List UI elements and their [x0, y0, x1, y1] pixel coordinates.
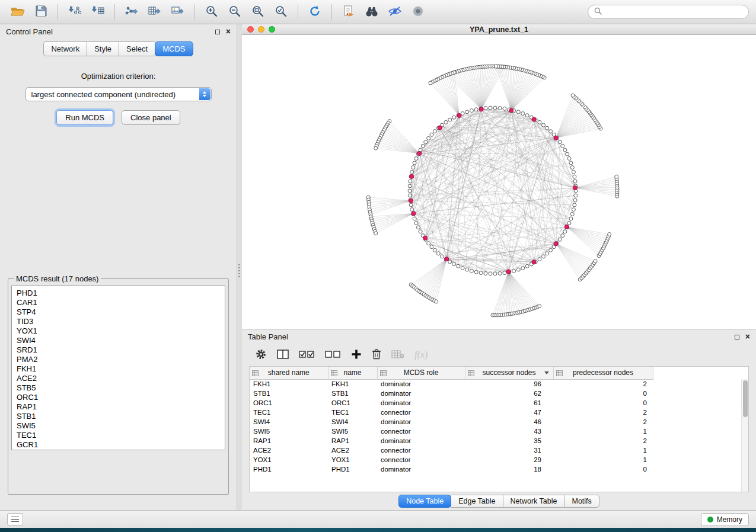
- export-network-button[interactable]: [121, 3, 142, 21]
- scrollbar-thumb[interactable]: [743, 380, 748, 417]
- float-panel-button[interactable]: [215, 27, 220, 36]
- refresh-icon: [308, 5, 321, 20]
- table-row[interactable]: YOX1YOX1connector291: [250, 455, 653, 464]
- tab-motifs[interactable]: Motifs: [564, 495, 599, 508]
- mcds-result-item[interactable]: STB5: [12, 383, 225, 393]
- import-table-data-button[interactable]: [391, 350, 404, 361]
- refresh-layout-button[interactable]: [304, 3, 326, 21]
- tab-edge-table[interactable]: Edge Table: [451, 495, 503, 508]
- mcds-result-item[interactable]: ACE2: [12, 374, 225, 383]
- toolbar-separator: [114, 4, 115, 20]
- close-table-panel-button[interactable]: ×: [745, 332, 750, 341]
- delete-column-button[interactable]: [372, 348, 381, 361]
- column-header-successor-nodes[interactable]: successor nodes: [465, 367, 553, 379]
- select-all-columns-button[interactable]: [299, 350, 315, 361]
- window-minimize-button[interactable]: [258, 26, 264, 33]
- table-row[interactable]: TEC1TEC1connector472: [250, 408, 653, 417]
- table-cell: dominator: [377, 398, 465, 408]
- search-network-button[interactable]: [361, 3, 382, 21]
- zoom-out-button[interactable]: [224, 3, 245, 21]
- mcds-result-item[interactable]: SWI5: [12, 421, 225, 431]
- mcds-result-item[interactable]: SWI4: [12, 336, 225, 345]
- mcds-result-item[interactable]: STB1: [12, 412, 225, 421]
- deselect-all-columns-button[interactable]: [325, 350, 341, 361]
- table-row[interactable]: RAP1RAP1dominator352: [250, 436, 653, 446]
- function-builder-button[interactable]: f(x): [414, 350, 428, 360]
- export-image-button[interactable]: [167, 3, 189, 21]
- mcds-result-item[interactable]: SRD1: [12, 345, 225, 355]
- zoom-selected-button[interactable]: [270, 3, 292, 21]
- share-document-button[interactable]: [338, 3, 359, 21]
- memory-button[interactable]: Memory: [701, 513, 749, 526]
- mcds-result-item[interactable]: TEC1: [12, 431, 225, 440]
- column-header-name[interactable]: name: [328, 367, 377, 379]
- mcds-result-item[interactable]: PHD1: [12, 289, 225, 298]
- run-mcds-button[interactable]: Run MCDS: [56, 110, 113, 125]
- column-attr-icon: [556, 370, 563, 378]
- mcds-result-item[interactable]: CAR1: [12, 298, 225, 307]
- control-panel-tabs: Network Style Select MCDS: [0, 41, 237, 56]
- search-field[interactable]: [588, 5, 749, 19]
- hide-selected-button[interactable]: [384, 3, 406, 21]
- table-cell: STB1: [328, 389, 377, 398]
- column-attr-icon: [468, 370, 474, 378]
- show-all-button[interactable]: [407, 3, 429, 21]
- zoom-fit-button[interactable]: [247, 3, 269, 21]
- toolbar-separator: [194, 4, 195, 20]
- network-nodes: [366, 65, 619, 317]
- mcds-result-item[interactable]: GCR1: [12, 440, 225, 450]
- show-columns-button[interactable]: [277, 349, 289, 361]
- column-header-shared-name[interactable]: shared name: [250, 367, 328, 379]
- tab-network[interactable]: Network: [43, 41, 87, 56]
- zoom-in-button[interactable]: [201, 3, 222, 21]
- criterion-dropdown[interactable]: largest connected component (undirected): [25, 87, 212, 101]
- save-session-button[interactable]: [30, 3, 52, 21]
- tab-network-table[interactable]: Network Table: [503, 495, 565, 508]
- import-table-button[interactable]: [87, 3, 109, 21]
- network-canvas[interactable]: [242, 35, 756, 329]
- column-header-mcds-role[interactable]: MCDS role: [377, 367, 465, 379]
- panel-splitter[interactable]: [237, 24, 242, 510]
- mcds-result-list[interactable]: PHD1CAR1STP4TID3YOX1SWI4SRD1PMA2FKH1ACE2…: [11, 286, 225, 450]
- float-table-panel-button[interactable]: [735, 332, 739, 341]
- table-cell: dominator: [377, 389, 465, 398]
- mcds-result-item[interactable]: PMA2: [12, 355, 225, 364]
- mcds-result-item[interactable]: TID3: [12, 317, 225, 326]
- table-row[interactable]: SWI4SWI4dominator462: [250, 417, 653, 427]
- table-row[interactable]: ACE2ACE2connector311: [250, 446, 653, 455]
- table-row[interactable]: PHD1PHD1dominator180: [250, 464, 653, 474]
- tab-mcds[interactable]: MCDS: [155, 41, 193, 56]
- close-panel-button[interactable]: Close panel: [122, 110, 180, 125]
- table-row[interactable]: ORC1ORC1dominator610: [250, 398, 653, 408]
- column-header-predecessor-nodes[interactable]: predecessor nodes: [553, 367, 653, 379]
- open-file-button[interactable]: [7, 3, 28, 21]
- table-row[interactable]: SWI5SWI5connector431: [250, 427, 653, 436]
- table-cell: 2: [553, 408, 653, 417]
- import-network-button[interactable]: [64, 3, 85, 21]
- network-title: YPA_prune.txt_1: [242, 25, 756, 34]
- tab-node-table[interactable]: Node Table: [398, 495, 451, 508]
- tab-style[interactable]: Style: [87, 41, 119, 56]
- mcds-result-item[interactable]: ORC1: [12, 393, 225, 402]
- search-input[interactable]: [605, 8, 742, 16]
- status-menu-button[interactable]: [7, 513, 23, 525]
- table-disabled-icon: [391, 350, 404, 361]
- table-scrollbar[interactable]: [741, 379, 748, 492]
- window-close-button[interactable]: [247, 26, 254, 33]
- tab-select[interactable]: Select: [119, 41, 155, 56]
- add-column-button[interactable]: [351, 349, 362, 361]
- table-cell: YOX1: [250, 455, 328, 464]
- table-cell: 1: [553, 427, 653, 436]
- table-row[interactable]: FKH1FKH1dominator962: [250, 379, 653, 389]
- export-table-button[interactable]: [144, 3, 165, 21]
- mcds-result-item[interactable]: YOX1: [12, 326, 225, 336]
- table-settings-button[interactable]: [255, 348, 267, 362]
- mcds-result-item[interactable]: STP4: [12, 307, 225, 317]
- window-zoom-button[interactable]: [269, 26, 275, 33]
- close-panel-x-button[interactable]: ×: [226, 27, 231, 36]
- table-cell: dominator: [377, 464, 465, 474]
- table-row[interactable]: STB1STB1dominator620: [250, 389, 653, 398]
- mcds-result-item[interactable]: RAP1: [12, 402, 225, 412]
- mcds-result-box: MCDS result (17 nodes) PHD1CAR1STP4TID3Y…: [8, 274, 229, 495]
- mcds-result-item[interactable]: FKH1: [12, 364, 225, 374]
